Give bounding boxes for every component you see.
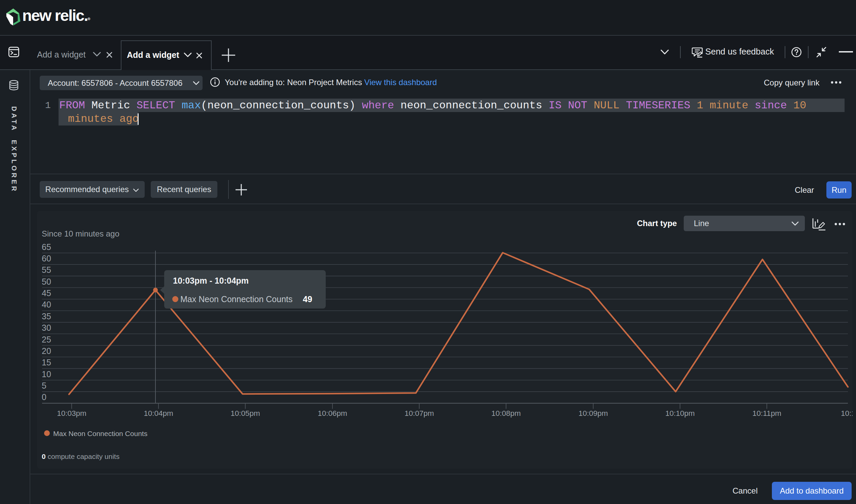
svg-text:10: 10	[42, 370, 51, 379]
svg-text:10:08pm: 10:08pm	[491, 409, 521, 417]
svg-text:10:1: 10:1	[841, 409, 853, 417]
svg-text:45: 45	[42, 288, 51, 298]
svg-text:20: 20	[42, 346, 51, 356]
svg-text:55: 55	[42, 265, 51, 274]
svg-text:60: 60	[42, 254, 51, 263]
svg-text:40: 40	[42, 300, 51, 309]
svg-text:35: 35	[42, 311, 51, 321]
svg-text:30: 30	[42, 323, 51, 332]
svg-text:25: 25	[42, 335, 51, 344]
svg-text:0: 0	[42, 392, 47, 402]
svg-text:65: 65	[42, 242, 51, 252]
svg-text:5: 5	[42, 381, 47, 390]
svg-text:50: 50	[42, 277, 51, 286]
svg-text:10:11pm: 10:11pm	[752, 409, 781, 417]
svg-text:10:10pm: 10:10pm	[665, 409, 695, 417]
svg-text:10:04pm: 10:04pm	[144, 409, 173, 417]
svg-text:10:07pm: 10:07pm	[405, 409, 434, 417]
svg-text:15: 15	[42, 358, 51, 367]
svg-text:10:06pm: 10:06pm	[318, 409, 347, 417]
svg-text:10:05pm: 10:05pm	[231, 409, 260, 417]
svg-text:10:03pm: 10:03pm	[57, 409, 87, 417]
svg-text:10:09pm: 10:09pm	[578, 409, 608, 417]
